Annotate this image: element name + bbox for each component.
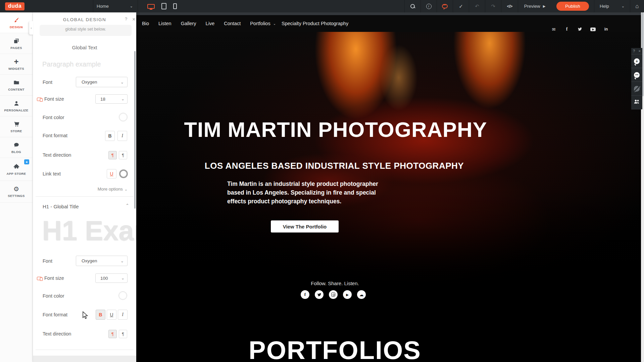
sidebar-item-label: SETTINGS <box>8 194 25 198</box>
bold-button[interactable]: B <box>105 131 115 141</box>
desktop-view-icon[interactable] <box>147 4 155 9</box>
snapchat-icon[interactable]: ☁ <box>357 290 366 299</box>
info-button[interactable]: i <box>420 0 437 12</box>
rtl-direction-button[interactable]: ¶ <box>119 151 127 159</box>
collaborators-button[interactable] <box>631 96 642 109</box>
link-color-swatch[interactable] <box>119 169 128 178</box>
ltr-direction-button[interactable]: ¶ <box>108 151 117 159</box>
panel-help-icon[interactable]: ? <box>125 16 127 21</box>
instagram-icon[interactable] <box>329 290 338 299</box>
mobile-view-icon[interactable] <box>173 3 177 9</box>
hero-title[interactable]: TIM MARTIN PHOTOGRAPHY <box>184 117 487 142</box>
hide-comments-button[interactable] <box>631 82 642 96</box>
add-comment-button[interactable]: + <box>631 54 642 68</box>
twitter-icon[interactable] <box>577 27 583 32</box>
h1-ltr-direction-button[interactable]: ¶ <box>108 330 117 338</box>
twitter-icon[interactable] <box>315 290 324 299</box>
h1-underline-button[interactable]: U <box>107 310 116 320</box>
linkedin-icon[interactable]: in <box>603 27 609 32</box>
undo-button[interactable]: ↶ <box>469 0 485 12</box>
hero-subtitle[interactable]: LOS ANGELES BASED INDUSTRIAL STYLE PHOTO… <box>205 161 464 171</box>
font-format-label: Font format <box>43 312 67 317</box>
hero-description[interactable]: Tim Martin is an industrial style produc… <box>227 179 382 206</box>
h1-font-size-dropdown[interactable]: 100 ⌄ <box>95 273 128 283</box>
redo-button[interactable]: ↷ <box>485 0 501 12</box>
panel-collapse-handle[interactable]: ‹ <box>29 21 33 35</box>
notice-box: global style set below. <box>40 25 132 36</box>
hide-comments-icon <box>634 86 640 92</box>
h1-font-color-swatch[interactable] <box>118 291 127 300</box>
nav-item-listen[interactable]: Listen <box>158 21 171 26</box>
portfolios-section-heading[interactable]: PORTFOLIOS <box>249 335 421 362</box>
nav-item-live[interactable]: Live <box>206 21 215 26</box>
nav-item-bio[interactable]: Bio <box>142 21 149 26</box>
facebook-icon[interactable]: f <box>301 290 309 299</box>
sidebar-item-label: PAGES <box>10 46 22 50</box>
sidebar-item-blog[interactable]: BLOG <box>0 137 33 158</box>
sidebar-item-content[interactable]: CONTENT <box>0 75 33 96</box>
code-icon: </> <box>507 4 512 8</box>
font-size-dropdown[interactable]: 18 ⌄ <box>95 94 128 104</box>
sidebar-item-widgets[interactable]: + WIDGETS <box>0 54 33 75</box>
logo-zone: duda <box>0 0 93 12</box>
page-selector-dropdown[interactable]: Home ⌄ <box>93 0 138 12</box>
facebook-icon[interactable]: f <box>564 27 569 32</box>
check-icon: ✓ <box>459 4 463 9</box>
sidebar-item-pages[interactable]: PAGES <box>0 33 33 54</box>
sidebar-item-app-store[interactable]: ★ APP STORE <box>0 158 33 181</box>
nav-item-contact[interactable]: Contact <box>224 21 241 26</box>
help-dropdown[interactable]: Help ⌄ <box>594 0 630 12</box>
sidebar-item-personalize[interactable]: PERSONALIZE <box>0 96 33 116</box>
chevron-down-icon: ⌄ <box>622 4 625 8</box>
feedback-button[interactable] <box>437 0 453 12</box>
duda-logo[interactable]: duda <box>5 2 24 10</box>
header-social-icons: ✉ f in <box>551 27 609 32</box>
link-underline-button[interactable]: U <box>107 169 116 178</box>
dev-mode-button[interactable]: </> <box>501 0 518 12</box>
h1-italic-button[interactable]: I <box>118 310 128 320</box>
gear-icon: ⚙ <box>13 186 20 192</box>
collapse-section-icon[interactable]: ⌃ <box>126 203 129 208</box>
youtube-icon[interactable]: ▶ <box>343 290 352 299</box>
close-icon[interactable]: × <box>639 49 641 53</box>
publish-button[interactable]: Publish <box>556 2 589 11</box>
font-label: Font <box>43 258 52 264</box>
view-portfolio-button[interactable]: View The Portfolio <box>271 220 339 232</box>
panel-scrollbar[interactable] <box>134 51 136 209</box>
nav-item-portfolios[interactable]: Portfolios <box>250 21 270 26</box>
nav-item-gallery[interactable]: Gallery <box>181 21 196 26</box>
plus-icon: + <box>13 58 20 65</box>
font-color-swatch[interactable] <box>119 113 128 121</box>
panel-title: GLOBAL DESIGN <box>33 17 136 22</box>
save-check-button[interactable]: ✓ <box>453 0 469 12</box>
notice-text: global style set below. <box>40 27 132 32</box>
view-comments-button[interactable]: ••• <box>631 68 642 82</box>
chevron-down-icon: ⌄ <box>121 276 125 280</box>
help-icon[interactable]: ? <box>633 49 635 53</box>
close-icon[interactable]: × <box>132 16 135 22</box>
hero-social-icons: f ▶ ☁ <box>301 290 366 299</box>
sidebar-item-label: BLOG <box>11 150 21 154</box>
sidebar-item-settings[interactable]: ⚙ SETTINGS <box>0 181 33 203</box>
chevron-down-icon[interactable]: ⌄ <box>273 22 276 25</box>
font-dropdown[interactable]: Oxygen ⌄ <box>76 77 128 87</box>
more-options-link[interactable]: More options⌄ <box>98 187 128 192</box>
tablet-view-icon[interactable] <box>161 3 166 9</box>
font-color-label: Font color <box>43 293 64 299</box>
sidebar-item-design[interactable]: DESIGN <box>0 12 33 33</box>
nav-item-specialty[interactable]: Specialty Product Photography <box>282 21 348 26</box>
youtube-icon[interactable] <box>590 27 596 32</box>
h1-bold-button[interactable]: B <box>96 310 105 320</box>
font-format-label: Font format <box>43 133 67 138</box>
h1-font-dropdown[interactable]: Oxygen ⌄ <box>76 256 128 266</box>
italic-button[interactable]: I <box>117 131 127 141</box>
email-icon[interactable]: ✉ <box>551 27 556 32</box>
site-navigation: Bio Listen Gallery Live Contact Portfoli… <box>136 15 641 32</box>
preview-button[interactable]: Preview ▶ <box>518 0 551 12</box>
paragraph-example-preview: Paragraph example <box>42 60 101 68</box>
sidebar-item-label: APP STORE <box>6 172 26 175</box>
dashboard-home-button[interactable]: ⌂ <box>630 0 644 12</box>
h1-rtl-direction-button[interactable]: ¶ <box>119 330 127 338</box>
sidebar-item-store[interactable]: STORE <box>0 116 33 137</box>
search-button[interactable] <box>404 0 420 12</box>
